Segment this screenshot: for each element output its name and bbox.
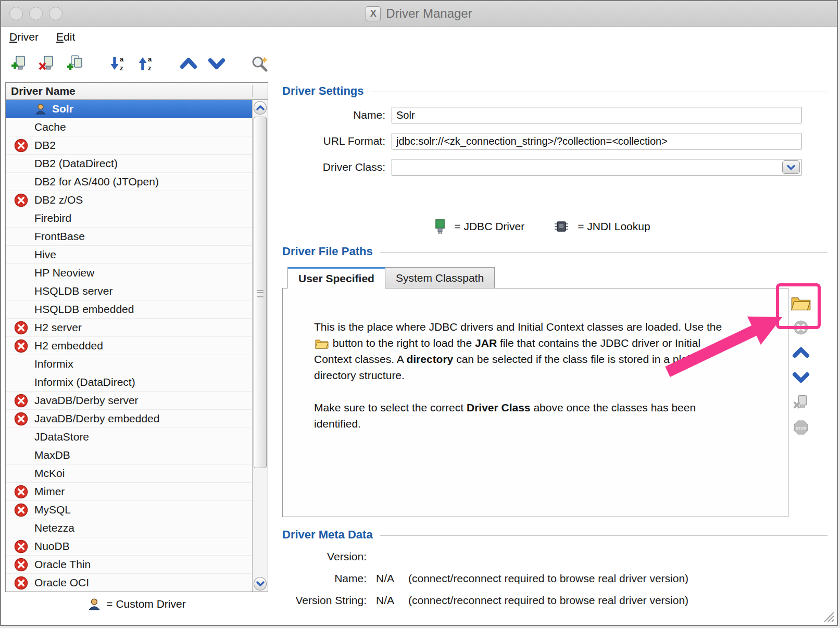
- custom-driver-icon: [87, 597, 101, 611]
- driver-list-scrollbar[interactable]: [252, 100, 268, 592]
- driver-class-dropdown-button[interactable]: [782, 160, 800, 174]
- driver-name: JavaDB/Derby embedded: [34, 412, 159, 425]
- url-format-row: URL Format:: [282, 132, 801, 150]
- move-path-down-button[interactable]: [788, 366, 813, 390]
- scrollbar-thumb[interactable]: [254, 117, 267, 468]
- sort-descending-button[interactable]: a z: [107, 53, 128, 74]
- driver-list-item[interactable]: Informix: [6, 355, 252, 373]
- driver-list-item[interactable]: H2 server: [6, 319, 252, 337]
- scroll-up-button[interactable]: [254, 101, 267, 115]
- find-driver-class-button[interactable]: [788, 391, 813, 415]
- meta-name-row: Name: N/A (connect/reconnect required to…: [282, 570, 801, 587]
- find-driver-icon: [250, 54, 269, 73]
- user-specified-panel: This is the place where JDBC drivers and…: [282, 288, 788, 517]
- remove-driver-button[interactable]: [36, 53, 57, 74]
- move-up-button[interactable]: [178, 53, 199, 74]
- driver-list-item[interactable]: DB2 z/OS: [6, 191, 252, 209]
- driver-list-item[interactable]: NuoDB: [6, 537, 252, 556]
- create-driver-button[interactable]: [8, 53, 29, 74]
- open-file-button[interactable]: [788, 291, 813, 315]
- driver-list-item[interactable]: Hive: [6, 246, 252, 264]
- driver-class-row: Driver Class:: [282, 158, 801, 176]
- copy-driver-button[interactable]: [65, 53, 85, 74]
- driver-list-item[interactable]: Netezza: [6, 519, 252, 537]
- meta-name-value: N/A: [376, 572, 400, 585]
- create-driver-icon: [9, 54, 28, 73]
- driver-list-item[interactable]: HP Neoview: [6, 264, 252, 282]
- driver-list-item[interactable]: DB2: [6, 136, 252, 155]
- driver-name: H2 server: [34, 321, 82, 334]
- resize-grip[interactable]: [822, 610, 835, 623]
- driver-list-item[interactable]: JavaDB/Derby server: [6, 392, 252, 410]
- driver-list-item[interactable]: JDataStore: [6, 428, 252, 446]
- driver-list-item[interactable]: H2 embedded: [6, 337, 252, 355]
- version-string-label: Version String:: [282, 594, 367, 607]
- driver-list-item[interactable]: McKoi: [6, 464, 252, 483]
- jdbc-driver-icon: [433, 219, 447, 234]
- driver-name: MaxDB: [34, 449, 70, 461]
- driver-name: Cache: [34, 121, 66, 133]
- custom-driver-legend: = Custom Driver: [5, 593, 268, 615]
- driver-list-item[interactable]: DB2 (DataDirect): [6, 155, 252, 173]
- scroll-down-button[interactable]: [254, 577, 267, 591]
- menu-edit[interactable]: Edit: [56, 31, 75, 43]
- sort-ascending-button[interactable]: a z: [135, 53, 156, 74]
- window-title: Driver Manager: [386, 6, 472, 21]
- url-format-input[interactable]: [392, 133, 801, 149]
- driver-list-item[interactable]: Informix (DataDirect): [6, 373, 252, 392]
- driver-list-item[interactable]: FrontBase: [6, 228, 252, 246]
- driver-name: McKoi: [34, 467, 65, 480]
- section-title-driver-meta-data: Driver Meta Data: [282, 528, 373, 542]
- driver-manager-window: X Driver Manager Driver Edit: [0, 0, 838, 626]
- svg-text:z: z: [120, 64, 123, 72]
- driver-list-item[interactable]: Solr: [6, 100, 252, 118]
- error-icon: [14, 339, 28, 353]
- driver-name: Oracle OCI: [34, 576, 89, 589]
- driver-name: DB2 z/OS: [34, 194, 83, 206]
- driver-list-item[interactable]: Mimer: [6, 483, 252, 501]
- open-folder-icon: [791, 295, 811, 311]
- driver-list: Solr Cache DB2 DB2 (DataDirect) DB2 for …: [6, 100, 252, 592]
- tab-user-specified[interactable]: User Specified: [287, 267, 385, 288]
- driver-list-item[interactable]: MaxDB: [6, 446, 252, 464]
- app-icon: X: [366, 6, 381, 21]
- move-path-up-button[interactable]: [788, 341, 813, 365]
- menu-driver[interactable]: Driver: [9, 31, 39, 43]
- custom-driver-icon: [34, 103, 47, 115]
- driver-list-item[interactable]: HSQLDB server: [6, 282, 252, 300]
- driver-list-item[interactable]: Oracle Thin: [6, 556, 252, 574]
- move-down-button[interactable]: [206, 53, 227, 74]
- driver-name-column-header[interactable]: Driver Name: [6, 83, 268, 100]
- chevron-down-icon: [787, 165, 795, 170]
- driver-class-input[interactable]: [392, 159, 781, 175]
- driver-list-item[interactable]: Cache: [6, 118, 252, 136]
- driver-name: H2 embedded: [34, 340, 103, 352]
- find-driver-button[interactable]: [249, 53, 270, 74]
- driver-name: Hive: [34, 248, 56, 261]
- sort-descending-icon: a z: [108, 54, 127, 73]
- driver-name: Firebird: [34, 212, 71, 224]
- driver-list-item[interactable]: DB2 for AS/400 (JTOpen): [6, 173, 252, 191]
- remove-path-button[interactable]: [788, 316, 813, 340]
- driver-list-item[interactable]: JavaDB/Derby embedded: [6, 410, 252, 428]
- driver-list-item[interactable]: Firebird: [6, 209, 252, 228]
- driver-list-item[interactable]: HSQLDB embedded: [6, 300, 252, 319]
- version-label: Version:: [282, 550, 367, 563]
- svg-text:z: z: [148, 64, 152, 72]
- driver-list-item[interactable]: MySQL: [6, 501, 252, 519]
- chevron-up-icon: [791, 345, 811, 360]
- driver-name: MySQL: [34, 504, 71, 516]
- icon-legend: = JDBC Driver = JNDI Lookup: [282, 216, 801, 237]
- driver-name: Mimer: [34, 485, 65, 498]
- driver-name-input[interactable]: [392, 107, 801, 123]
- driver-list-item[interactable]: Oracle OCI: [6, 574, 252, 592]
- tab-system-classpath[interactable]: System Classpath: [385, 267, 495, 288]
- section-title-driver-settings: Driver Settings: [282, 84, 364, 98]
- driver-class-combobox[interactable]: [392, 159, 801, 175]
- driver-name: DB2: [34, 139, 56, 152]
- section-rule: [380, 252, 828, 253]
- stop-disabled-icon: STOP: [793, 419, 809, 436]
- open-folder-icon: [315, 338, 329, 349]
- stop-loading-button[interactable]: STOP: [788, 416, 813, 439]
- sort-ascending-icon: a z: [136, 54, 155, 73]
